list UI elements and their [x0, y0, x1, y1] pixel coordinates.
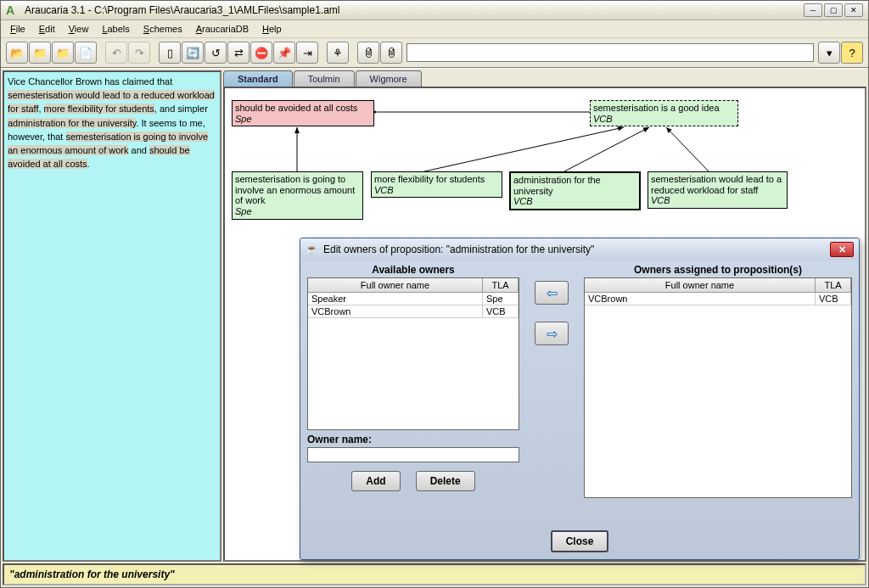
- tab-standard[interactable]: Standard: [223, 70, 293, 87]
- tab-toulmin[interactable]: Toulmin: [294, 70, 355, 87]
- remove-owner-button[interactable]: ⇦: [535, 281, 569, 305]
- table-row: VCBrownVCB: [308, 305, 519, 318]
- menu-labels[interactable]: Labels: [96, 22, 135, 36]
- main-window: A Araucaria 3.1 - C:\Program Files\Arauc…: [0, 0, 869, 588]
- menu-view[interactable]: View: [63, 22, 95, 36]
- db-icon[interactable]: 🛢: [357, 42, 379, 64]
- tab-wigmore[interactable]: Wigmore: [356, 70, 422, 87]
- minimize-button[interactable]: ─: [804, 3, 822, 17]
- menubar: File Edit View Labels Schemes AraucariaD…: [1, 20, 868, 38]
- node-premise-3[interactable]: administration for the universityVCB: [509, 171, 641, 210]
- window-title: Araucaria 3.1 - C:\Program Files\Araucar…: [25, 4, 799, 16]
- delete-icon[interactable]: ⛔: [250, 42, 272, 64]
- assign-owner-button[interactable]: ⇨: [535, 322, 569, 345]
- svg-line-3: [564, 127, 649, 171]
- close-button[interactable]: ✕: [844, 3, 863, 17]
- java-icon: ☕: [306, 244, 318, 255]
- undo-icon[interactable]: ↶: [105, 42, 127, 64]
- app-icon: A: [6, 3, 20, 17]
- svg-line-4: [666, 127, 709, 171]
- menu-edit[interactable]: Edit: [33, 22, 61, 36]
- save-folder-icon[interactable]: 📁: [52, 42, 74, 64]
- titlebar: A Araucaria 3.1 - C:\Program Files\Arauc…: [1, 1, 868, 20]
- open-folder-icon[interactable]: 📁: [29, 42, 51, 64]
- open-text-icon[interactable]: 📂: [6, 42, 28, 64]
- menu-help[interactable]: Help: [256, 22, 288, 36]
- tree-icon[interactable]: ⚘: [327, 42, 349, 64]
- available-owners-table[interactable]: Full owner nameTLA SpeakerSpe VCBrownVCB: [307, 277, 519, 430]
- dialog-title: Edit owners of proposition: "administrat…: [323, 244, 825, 255]
- available-header: Available owners: [307, 264, 519, 276]
- tabs: Standard Toulmin Wigmore: [223, 70, 866, 87]
- swap-icon[interactable]: ⇄: [227, 42, 249, 64]
- text-panel[interactable]: Vice Chancellor Brown has claimed that s…: [3, 70, 221, 562]
- node-conclusion[interactable]: should be avoided at all costsSpe: [232, 100, 374, 126]
- status-bar: "administration for the university": [3, 563, 866, 585]
- node-claim[interactable]: semesterisation is a good ideaVCB: [590, 100, 738, 126]
- assigned-header: Owners assigned to proposition(s): [584, 264, 852, 276]
- menu-db[interactable]: AraucariaDB: [190, 22, 255, 36]
- pin-icon[interactable]: 📌: [273, 42, 295, 64]
- table-row: VCBrownVCB: [585, 293, 851, 305]
- db2-icon[interactable]: 🛢: [380, 42, 402, 64]
- menu-file[interactable]: File: [4, 22, 31, 36]
- link-icon[interactable]: ⇥: [296, 42, 318, 64]
- menu-schemes[interactable]: Schemes: [137, 22, 188, 36]
- node-premise-4[interactable]: semesterisation would lead to a reduced …: [648, 171, 788, 209]
- redo-icon[interactable]: ↷: [128, 42, 150, 64]
- maximize-button[interactable]: ▢: [824, 3, 843, 17]
- dialog-close-button[interactable]: ✕: [830, 242, 854, 257]
- assigned-owners-table[interactable]: Full owner nameTLA VCBrownVCB: [584, 277, 852, 498]
- close-dialog-button[interactable]: Close: [551, 530, 609, 552]
- refresh-icon[interactable]: ↺: [205, 42, 227, 64]
- new-page-icon[interactable]: ▯: [159, 42, 181, 64]
- scheme-select[interactable]: [406, 43, 814, 62]
- help-icon[interactable]: ?: [841, 42, 863, 64]
- page-refresh-icon[interactable]: 🔄: [182, 42, 204, 64]
- owners-dialog: ☕ Edit owners of proposition: "administr…: [300, 238, 860, 560]
- delete-button[interactable]: Delete: [416, 471, 475, 491]
- node-premise-2[interactable]: more flexibility for studentsVCB: [371, 171, 502, 198]
- table-row: SpeakerSpe: [308, 293, 519, 305]
- add-button[interactable]: Add: [351, 471, 400, 491]
- svg-line-2: [424, 127, 624, 171]
- toolbar: 📂 📁 📁 📄 ↶ ↷ ▯ 🔄 ↺ ⇄ ⛔ 📌 ⇥ ⚘ 🛢 🛢 ▾ ?: [1, 38, 868, 68]
- owner-name-label: Owner name:: [307, 434, 519, 445]
- dropdown-icon[interactable]: ▾: [818, 42, 840, 64]
- node-premise-1[interactable]: semesterisation is going to involve an e…: [232, 171, 363, 220]
- owner-name-input[interactable]: [307, 447, 519, 462]
- dialog-titlebar: ☕ Edit owners of proposition: "administr…: [300, 238, 859, 260]
- export-icon[interactable]: 📄: [75, 42, 97, 64]
